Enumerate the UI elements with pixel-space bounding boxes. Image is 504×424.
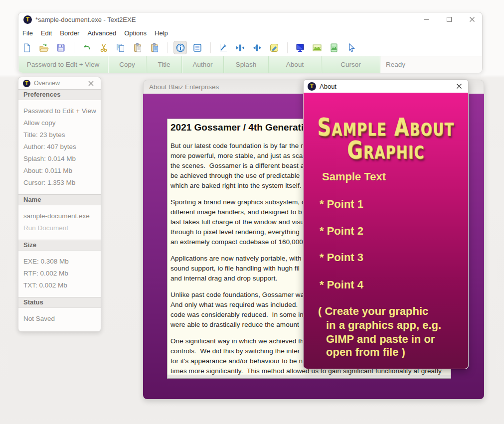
minimize-icon	[424, 19, 429, 20]
toolbar-separator	[168, 42, 168, 53]
open-icon[interactable]	[37, 41, 50, 54]
menu-advanced[interactable]: Advanced	[83, 29, 120, 37]
list-item: Cursor: 1.353 Mb	[23, 177, 96, 189]
note-line: open from file )	[326, 346, 405, 359]
preferences-list: Password to Edit + View Allow copy Title…	[18, 100, 101, 194]
list-item: Run Document	[23, 222, 96, 234]
tab-splash[interactable]: Splash	[224, 56, 269, 73]
list-item: About: 0.011 Mb	[23, 165, 96, 177]
monitor-icon[interactable]	[293, 41, 307, 54]
paste-special-icon[interactable]	[148, 41, 161, 54]
tab-title[interactable]: Title	[147, 56, 182, 73]
name-list: sample-document.exe Run Document	[18, 205, 101, 240]
main-titlebar[interactable]: T *sample-document.exe - Text2EXE	[18, 12, 482, 26]
about-body: Sample About Graphic Sample Text * Point…	[304, 93, 468, 369]
main-window: T *sample-document.exe - Text2EXE File E…	[18, 12, 483, 72]
overview-panel: T Overview Preferences Password to Edit …	[18, 77, 101, 332]
about-graphic-title: Sample About Graphic	[304, 116, 468, 161]
tab-cursor[interactable]: Cursor	[322, 56, 380, 73]
section-header-preferences: Preferences	[18, 89, 101, 100]
app-logo-icon: T	[23, 80, 30, 87]
undo-icon[interactable]	[80, 41, 93, 54]
overview-titlebar[interactable]: T Overview	[18, 77, 101, 89]
overview-title: Overview	[34, 80, 60, 87]
tab-about[interactable]: About	[269, 56, 322, 73]
note-line: in a graphics app, e.g.	[326, 319, 441, 332]
status-ready: Ready	[380, 56, 482, 73]
toolbar-separator	[210, 42, 211, 53]
about-dialog: T About Sample About Graphic Sample Text…	[303, 79, 469, 369]
info-icon[interactable]	[173, 41, 187, 54]
copy-icon[interactable]	[114, 41, 127, 54]
minimize-button[interactable]	[421, 14, 431, 24]
pad-right-icon[interactable]	[250, 41, 264, 54]
menu-file[interactable]: File	[18, 29, 37, 37]
sample-text: Sample Text	[322, 170, 386, 183]
paste-icon[interactable]	[131, 41, 144, 54]
point-item: * Point 1	[320, 198, 363, 211]
app-logo-icon: T	[23, 15, 32, 24]
about-title: About	[320, 83, 336, 90]
menu-border[interactable]: Border	[56, 29, 83, 37]
cursor-arrow-icon[interactable]	[344, 41, 357, 54]
new-document-icon[interactable]	[20, 41, 33, 54]
about-titlebar[interactable]: T About	[304, 80, 468, 93]
list-item: Allow copy	[23, 117, 96, 129]
close-icon	[469, 16, 475, 22]
document-title: About Blaiz Enterprises	[149, 83, 219, 91]
image-landscape-icon[interactable]	[310, 41, 324, 54]
size-list: EXE: 0.308 Mb RTF: 0.002 Mb TXT: 0.002 M…	[18, 251, 101, 297]
point-item: * Point 3	[320, 251, 363, 264]
app-logo-icon: T	[308, 82, 316, 91]
horizontal-scrollbar[interactable]	[168, 375, 451, 378]
point-item: * Point 2	[320, 225, 363, 238]
menu-options[interactable]: Options	[120, 29, 151, 37]
overview-close-button[interactable]	[86, 79, 95, 88]
graphic-line: Graphic	[304, 139, 468, 162]
toolbar-separator	[74, 42, 74, 53]
tab-row: Password to Edit + View Copy Title Autho…	[18, 56, 482, 73]
note-line: ( Create your graphic	[318, 305, 428, 318]
tab-copy[interactable]: Copy	[108, 56, 147, 73]
section-header-size: Size	[18, 240, 101, 251]
list-item: Splash: 0.014 Mb	[23, 153, 96, 165]
section-header-status: Status	[18, 297, 101, 308]
maximize-icon	[447, 17, 452, 22]
pad-left-icon[interactable]	[233, 41, 247, 54]
list-item: RTF: 0.002 Mb	[23, 268, 96, 280]
cut-icon[interactable]	[97, 41, 110, 54]
list-item: sample-document.exe	[23, 210, 96, 222]
tab-author[interactable]: Author	[182, 56, 224, 73]
properties-icon[interactable]	[190, 41, 204, 54]
tab-password[interactable]: Password to Edit + View	[18, 56, 108, 73]
status-list: Not Saved	[18, 308, 101, 330]
list-item: Author: 407 bytes	[23, 141, 96, 153]
close-button[interactable]	[467, 14, 477, 24]
draw-line-icon[interactable]	[216, 41, 230, 54]
toolbar	[18, 39, 482, 56]
list-item: TXT: 0.002 Mb	[23, 280, 96, 291]
note-line: GIMP and paste in or	[326, 333, 435, 346]
section-header-name: Name	[18, 194, 101, 205]
about-close-button[interactable]	[455, 82, 464, 91]
menu-help[interactable]: Help	[151, 29, 172, 37]
list-item: Not Saved	[23, 313, 96, 325]
list-item: Password to Edit + View	[23, 105, 96, 117]
save-icon[interactable]	[54, 41, 67, 54]
edit-pen-icon[interactable]	[267, 41, 281, 54]
toolbar-separator	[287, 42, 288, 53]
menubar: File Edit Border Advanced Options Help	[18, 26, 482, 39]
list-item: Title: 23 bytes	[23, 129, 96, 141]
menu-edit[interactable]: Edit	[37, 29, 56, 37]
list-item: EXE: 0.308 Mb	[23, 256, 96, 268]
point-item: * Point 4	[320, 279, 363, 291]
close-icon	[88, 81, 94, 86]
close-icon	[456, 83, 462, 89]
image-portrait-icon[interactable]	[327, 41, 340, 54]
maximize-button[interactable]	[444, 14, 454, 24]
window-title: *sample-document.exe - Text2EXE	[35, 16, 136, 23]
